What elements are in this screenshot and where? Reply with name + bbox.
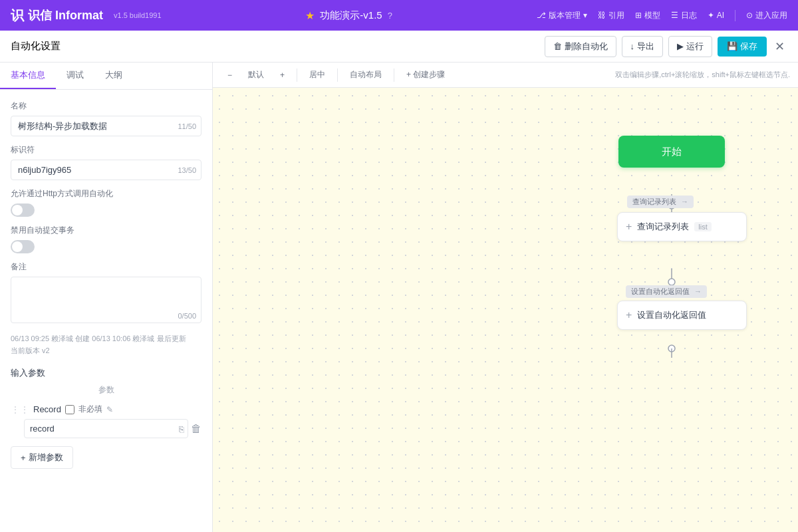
- create-step-btn[interactable]: + 创建步骤: [400, 66, 452, 83]
- param-input-wrapper: ⎘: [24, 419, 188, 438]
- export-button[interactable]: ↓ 导出: [622, 36, 664, 57]
- toolbar-separator-1: [297, 68, 297, 82]
- node-set-return[interactable]: + 设置自动化返回值: [617, 301, 747, 330]
- disable-toggle-row: [11, 240, 201, 253]
- logo-icon: 识: [11, 7, 24, 25]
- left-panel: 基本信息 调试 大纲 名称 11/50 标识符 13/50 允许通过H: [0, 63, 213, 532]
- nav-model-btn[interactable]: ⊞ 模型: [635, 10, 660, 21]
- id-char-count: 13/50: [178, 166, 196, 174]
- enter-icon: ⊙: [746, 11, 753, 20]
- nav-center: ★ 功能演示-v1.5 ?: [172, 9, 526, 22]
- page-title: 自动化设置: [11, 40, 545, 53]
- sub-actions: 🗑 删除自动化 ↓ 导出 ▶ 运行 💾 保存 ✕: [545, 36, 788, 57]
- canvas-hint: 双击编辑步骤,ctrl+滚轮缩放，shift+鼠标左键框选节点.: [615, 70, 790, 80]
- copy-icon[interactable]: ⎘: [179, 424, 184, 434]
- grid-icon: ⊞: [635, 11, 642, 20]
- plus-icon: +: [21, 453, 26, 463]
- default-view-btn[interactable]: 默认: [241, 66, 271, 83]
- run-icon: ▶: [677, 41, 684, 51]
- set-return-small-label: 设置自动化返回值 →: [626, 285, 707, 298]
- nav-ref-btn[interactable]: ⛓ 引用: [598, 10, 624, 21]
- help-icon[interactable]: ?: [388, 11, 392, 21]
- http-toggle-row: [11, 203, 201, 217]
- disable-toggle[interactable]: [11, 240, 35, 253]
- arrow-right-icon-2: →: [694, 287, 702, 295]
- param-delete-icon[interactable]: 🗑: [191, 423, 201, 435]
- node-return-plus-icon[interactable]: +: [626, 309, 632, 321]
- id-label: 标识符: [11, 144, 201, 156]
- toolbar-separator-3: [394, 68, 394, 82]
- link-icon: ⛓: [598, 11, 606, 20]
- tab-outline[interactable]: 大纲: [94, 63, 133, 89]
- toolbar-separator-2: [337, 68, 338, 82]
- logo-text: 识信 Informat: [28, 7, 103, 23]
- panel-content: 名称 11/50 标识符 13/50 允许通过Http方式调用自动化 禁用自动提…: [0, 90, 212, 532]
- name-field-wrapper: 11/50: [11, 116, 201, 136]
- branch-icon: ⎇: [537, 11, 546, 20]
- param-edit-icon[interactable]: ✎: [106, 405, 113, 414]
- tab-debug[interactable]: 调试: [56, 63, 94, 89]
- nav-version-btn[interactable]: ⎇ 版本管理 ▾: [537, 10, 587, 21]
- note-label: 备注: [11, 261, 201, 273]
- main-layout: 基本信息 调试 大纲 名称 11/50 标识符 13/50 允许通过H: [0, 63, 798, 532]
- close-button[interactable]: ✕: [772, 38, 787, 55]
- drag-handle-icon[interactable]: ⋮⋮: [11, 404, 29, 415]
- note-textarea[interactable]: [11, 277, 201, 323]
- app-logo: 识 识信 Informat: [11, 7, 103, 25]
- export-icon: ↓: [630, 41, 635, 51]
- add-param-button[interactable]: + 新增参数: [11, 446, 73, 469]
- zoom-in-btn[interactable]: +: [273, 68, 291, 82]
- param-input-row: ⎘ 🗑: [24, 419, 201, 438]
- auto-layout-btn[interactable]: 自动布局: [343, 66, 388, 83]
- note-char-count: 0/500: [178, 312, 196, 320]
- params-header: 参数: [11, 379, 201, 401]
- trash-icon: 🗑: [553, 41, 562, 51]
- name-input[interactable]: [11, 116, 201, 136]
- meta-info: 06/13 09:25 赖泽城 创建 06/13 10:06 赖泽城 最后更新 …: [11, 333, 201, 356]
- log-icon: ☰: [671, 11, 678, 20]
- canvas-toolbar: − 默认 + 居中 自动布局 + 创建步骤 双击编辑步骤,ctrl+滚轮缩放，s…: [213, 63, 798, 88]
- nav-enter-app-btn[interactable]: ⊙ 进入应用: [735, 10, 787, 21]
- query-list-small-label: 查询记录列表 →: [627, 196, 694, 208]
- sub-header: 自动化设置 🗑 删除自动化 ↓ 导出 ▶ 运行 💾 保存 ✕: [0, 31, 798, 63]
- node-start[interactable]: 开始: [618, 136, 725, 168]
- arrow-right-icon: →: [681, 198, 688, 205]
- note-wrapper: 0/500: [11, 277, 201, 325]
- node-query-list[interactable]: + 查询记录列表 list: [617, 212, 747, 241]
- params-col-label: 参数: [98, 384, 114, 396]
- http-toggle[interactable]: [11, 203, 35, 217]
- disable-label: 禁用自动提交事务: [11, 225, 201, 236]
- nav-log-btn[interactable]: ☰ 日志: [671, 10, 697, 21]
- flow-container: 开始 查询记录列表 → + 查询记录列表 list 设置自动化返回值 → + 设: [213, 89, 798, 532]
- nav-ai-btn[interactable]: ✦ AI: [708, 11, 724, 20]
- canvas-area: − 默认 + 居中 自动布局 + 创建步骤 双击编辑步骤,ctrl+滚轮缩放，s…: [213, 63, 798, 532]
- id-input[interactable]: [11, 160, 201, 180]
- params-section-title: 输入参数: [11, 367, 201, 379]
- center-btn[interactable]: 居中: [303, 66, 332, 83]
- param-input[interactable]: [24, 419, 188, 438]
- delete-auto-button[interactable]: 🗑 删除自动化: [545, 36, 616, 57]
- tabs: 基本信息 调试 大纲: [0, 63, 212, 90]
- nav-center-title: 功能演示-v1.5: [320, 9, 382, 22]
- id-field-wrapper: 13/50: [11, 160, 201, 180]
- zoom-out-btn[interactable]: −: [221, 68, 239, 82]
- save-icon: 💾: [727, 41, 737, 51]
- run-button[interactable]: ▶ 运行: [668, 36, 712, 57]
- http-label: 允许通过Http方式调用自动化: [11, 188, 201, 200]
- nav-right: ⎇ 版本管理 ▾ ⛓ 引用 ⊞ 模型 ☰ 日志 ✦ AI ⊙ 进入应用: [537, 10, 787, 21]
- tab-basic-info[interactable]: 基本信息: [0, 63, 56, 89]
- chevron-down-icon: ▾: [583, 11, 587, 20]
- name-char-count: 11/50: [178, 122, 196, 130]
- star-icon: ★: [305, 9, 315, 22]
- node-query-plus-icon[interactable]: +: [626, 221, 632, 233]
- version-badge: v1.5 build1991: [114, 11, 162, 19]
- save-button[interactable]: 💾 保存: [718, 37, 767, 57]
- name-label: 名称: [11, 100, 201, 112]
- param-optional-checkbox[interactable]: [65, 405, 74, 414]
- ai-icon: ✦: [708, 11, 714, 20]
- top-nav: 识 识信 Informat v1.5 build1991 ★ 功能演示-v1.5…: [0, 0, 798, 31]
- param-name-label: Record: [33, 404, 61, 414]
- param-row: ⋮⋮ Record 非必填 ✎: [11, 404, 201, 415]
- param-optional-label: 非必填: [78, 404, 102, 415]
